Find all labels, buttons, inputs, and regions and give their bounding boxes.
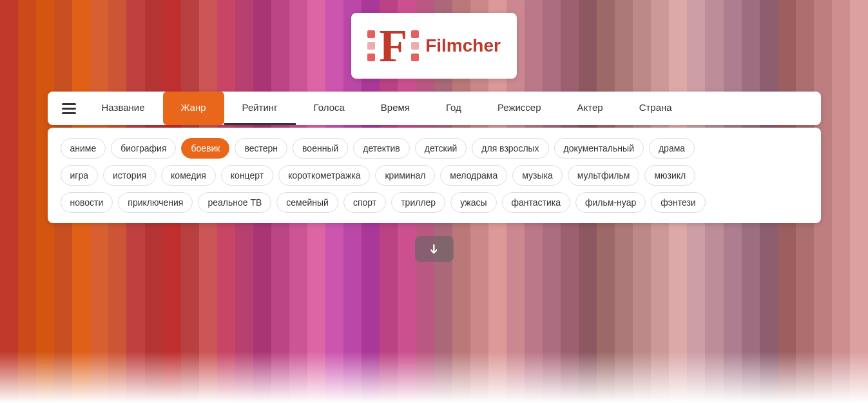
genre-tag[interactable]: для взрослых [472, 138, 548, 159]
genre-tag[interactable]: триллер [391, 192, 445, 213]
filter-tab-rating[interactable]: Рейтинг [224, 92, 296, 125]
logo-area: F Filmcher [351, 13, 517, 79]
genre-tag[interactable]: боевик [181, 138, 229, 159]
genre-tag[interactable]: игра [61, 165, 99, 186]
genre-tag[interactable]: спорт [343, 192, 386, 213]
genre-row-1: играисториякомедияконцерткороткометражка… [61, 165, 808, 186]
genre-tag[interactable]: мультфильм [568, 165, 640, 186]
hamburger-line [62, 112, 76, 114]
genre-tag[interactable]: мелодрама [440, 165, 507, 186]
genre-tag[interactable]: биография [111, 138, 176, 159]
chevron-down-icon: ➔ [427, 244, 442, 255]
genre-tag[interactable]: концерт [221, 165, 273, 186]
genre-tag[interactable]: фантастика [502, 192, 571, 213]
background-fade [0, 351, 868, 403]
hamburger-line [62, 103, 76, 105]
genre-tag[interactable]: комедия [161, 165, 216, 186]
filter-tab-votes[interactable]: Голоса [296, 92, 363, 125]
genre-tag[interactable]: фэнтези [651, 192, 705, 213]
filter-bar: НазваниеЖанрРейтингГолосаВремяГодРежиссе… [48, 92, 821, 125]
filter-tab-country[interactable]: Страна [621, 92, 690, 125]
genre-tag[interactable]: семейный [276, 192, 338, 213]
genre-tag[interactable]: детский [415, 138, 467, 159]
genre-tag[interactable]: музыка [512, 165, 562, 186]
genre-tag[interactable]: военный [293, 138, 348, 159]
filter-tab-actor[interactable]: Актер [559, 92, 621, 125]
logo-box: F Filmcher [351, 13, 517, 79]
scroll-down-button[interactable]: ➔ [415, 236, 454, 262]
filter-tabs: НазваниеЖанрРейтингГолосаВремяГодРежиссе… [84, 92, 815, 125]
hamburger-line [62, 108, 76, 110]
genre-tag[interactable]: вестерн [235, 138, 287, 159]
genre-tag[interactable]: аниме [61, 138, 106, 159]
genre-tag[interactable]: мюзикл [644, 165, 695, 186]
filter-tab-time[interactable]: Время [363, 92, 428, 125]
filter-tab-year[interactable]: Год [428, 92, 479, 125]
film-holes-left [367, 30, 375, 61]
genre-tag[interactable]: приключения [118, 192, 193, 213]
genre-row-0: анимебиографиябоевиквестернвоенныйдетект… [61, 138, 808, 159]
genre-tag[interactable]: драма [649, 138, 695, 159]
genre-tag[interactable]: реальное ТВ [198, 192, 271, 213]
film-holes-right [411, 30, 419, 61]
filter-tab-director[interactable]: Режиссер [479, 92, 559, 125]
logo-letter: F [379, 23, 407, 69]
hamburger-button[interactable] [54, 98, 84, 119]
film-hole [367, 30, 375, 38]
genre-tag[interactable]: документальный [554, 138, 644, 159]
genre-tag[interactable]: криминал [375, 165, 435, 186]
film-hole [411, 54, 419, 61]
genre-tag[interactable]: фильм-нуар [575, 192, 646, 213]
film-hole [367, 54, 375, 61]
genre-row-2: новостиприключенияреальное ТВсемейныйспо… [61, 192, 808, 213]
genre-tag[interactable]: история [103, 165, 156, 186]
filter-tab-name[interactable]: Название [84, 92, 163, 125]
logo-text: Filmcher [425, 35, 501, 56]
genre-tag[interactable]: ужасы [450, 192, 496, 213]
genre-tag[interactable]: короткометражка [278, 165, 370, 186]
filter-tab-genre[interactable]: Жанр [163, 92, 224, 125]
film-hole [411, 42, 419, 50]
film-hole [367, 42, 375, 50]
film-strip: F [367, 23, 419, 69]
genre-tag[interactable]: детектив [353, 138, 409, 159]
genre-tag[interactable]: новости [61, 192, 113, 213]
genre-area: анимебиографиябоевиквестернвоенныйдетект… [48, 128, 821, 223]
film-hole [411, 30, 419, 38]
